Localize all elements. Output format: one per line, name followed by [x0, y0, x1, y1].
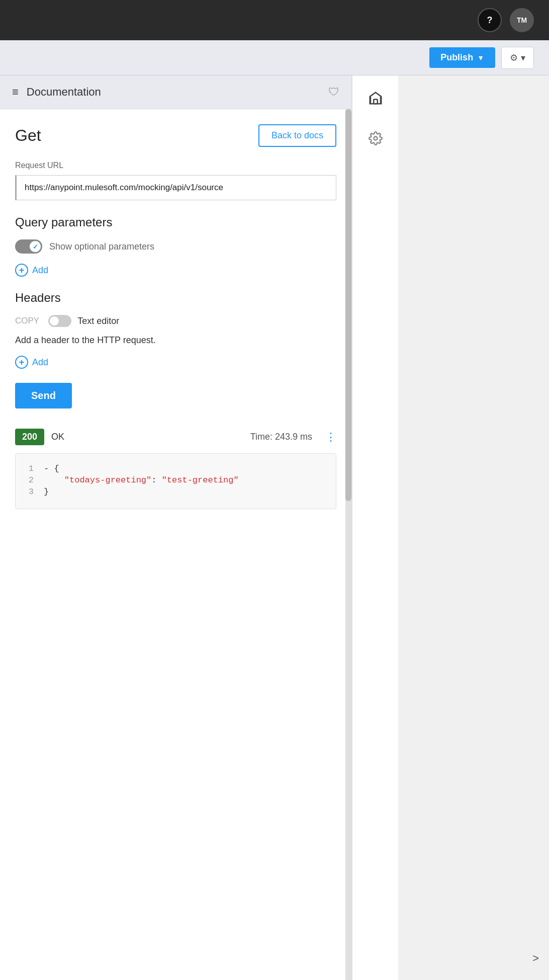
- publish-button[interactable]: Publish ▼: [429, 47, 495, 68]
- settings-caret-icon: ▾: [521, 52, 525, 63]
- sidebar-settings-icon[interactable]: [363, 126, 388, 151]
- code-line-3: 3 }: [24, 487, 328, 497]
- svg-rect-0: [374, 100, 378, 104]
- sidebar-home-icon[interactable]: [363, 86, 388, 111]
- toggle-knob: ✓: [30, 241, 41, 252]
- left-panel: ≡ Documentation 🛡 Get Back to docs Reque…: [0, 75, 352, 980]
- code-line-2: 2 "todays-greeting": "test-greeting": [24, 475, 328, 485]
- hamburger-icon[interactable]: ≡: [12, 86, 19, 99]
- copy-text-editor-row: COPY Text editor: [15, 315, 336, 327]
- shield-icon: 🛡: [328, 86, 339, 99]
- show-optional-toggle-row: ✓ Show optional parameters: [15, 239, 336, 254]
- help-icon[interactable]: ?: [478, 8, 502, 32]
- content-area: Get Back to docs Request URL Query param…: [0, 109, 351, 980]
- code-line-1: 1 - {: [24, 464, 328, 473]
- publish-caret-icon: ▼: [477, 54, 484, 62]
- response-header: 200 OK Time: 243.9 ms ⋮: [15, 429, 336, 445]
- sub-header: Publish ▼ ⚙ ▾: [0, 40, 549, 75]
- settings-button[interactable]: ⚙ ▾: [501, 47, 534, 69]
- scrollbar-thumb[interactable]: [345, 109, 351, 501]
- gear-icon: ⚙: [510, 52, 518, 63]
- status-200-badge: 200: [15, 429, 44, 445]
- expand-right-chevron[interactable]: >: [532, 952, 539, 965]
- text-editor-switch[interactable]: [48, 315, 71, 327]
- query-params-title: Query parameters: [15, 215, 336, 229]
- show-optional-toggle[interactable]: ✓: [15, 239, 42, 254]
- svg-point-1: [374, 137, 377, 140]
- copy-button[interactable]: COPY: [15, 316, 39, 326]
- request-url-wrapper: [15, 175, 336, 200]
- status-ok-text: OK: [51, 432, 64, 442]
- get-header: Get Back to docs: [15, 124, 336, 147]
- back-to-docs-button[interactable]: Back to docs: [258, 124, 336, 147]
- headers-section: Headers COPY Text editor Add a header to…: [15, 291, 336, 369]
- right-sidebar: >: [352, 75, 398, 980]
- more-options-icon[interactable]: ⋮: [325, 431, 336, 444]
- response-time: Time: 243.9 ms: [250, 432, 312, 442]
- show-optional-label: Show optional parameters: [49, 241, 154, 252]
- add-query-param-icon: +: [15, 264, 28, 277]
- add-header-button[interactable]: + Add: [15, 356, 48, 369]
- get-label: Get: [15, 126, 41, 145]
- add-query-param-button[interactable]: + Add: [15, 264, 48, 277]
- text-editor-knob: [50, 316, 59, 325]
- doc-header: ≡ Documentation 🛡: [0, 75, 351, 109]
- http-hint: Add a header to the HTTP request.: [15, 335, 336, 346]
- top-bar: ? TM: [0, 0, 549, 40]
- text-editor-label: Text editor: [77, 316, 119, 326]
- add-header-icon: +: [15, 356, 28, 369]
- doc-title: Documentation: [27, 86, 101, 99]
- request-url-input[interactable]: [25, 183, 328, 193]
- scrollbar-track[interactable]: [345, 109, 351, 980]
- main-layout: ≡ Documentation 🛡 Get Back to docs Reque…: [0, 75, 549, 980]
- request-url-label: Request URL: [15, 161, 336, 170]
- text-editor-toggle: Text editor: [48, 315, 119, 327]
- headers-title: Headers: [15, 291, 336, 305]
- send-button[interactable]: Send: [15, 383, 72, 409]
- user-avatar[interactable]: TM: [510, 8, 534, 32]
- response-code-block: 1 - { 2 "todays-greeting": "test-greetin…: [15, 453, 336, 509]
